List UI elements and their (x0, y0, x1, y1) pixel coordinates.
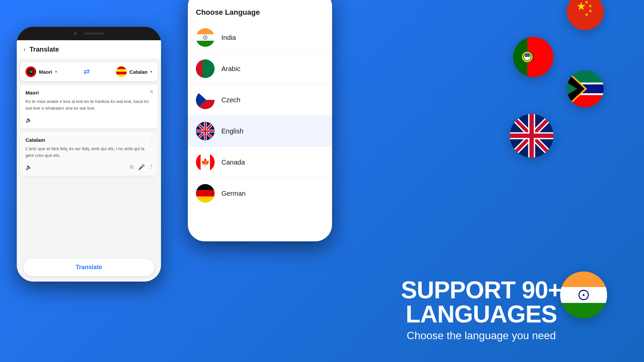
svg-text:★: ★ (588, 8, 592, 13)
source-lang-arrow: ▾ (55, 69, 57, 74)
camera-left (74, 32, 77, 35)
screen-right: Choose Language In (188, 0, 332, 241)
svg-rect-68 (196, 153, 201, 172)
lang-canada-name: Canada (221, 159, 245, 166)
svg-rect-69 (210, 153, 215, 172)
support-subtitle: Choose the language you need (352, 329, 610, 342)
share-icon[interactable]: ⤴ (150, 164, 152, 170)
target-card-text: L'únic que et farà feliç és ser feliç am… (25, 145, 152, 159)
source-lang-selector[interactable]: 🌿 Maori ▾ (25, 66, 57, 77)
source-card-close[interactable]: ✕ (149, 88, 154, 95)
target-card-footer: 🔈 ⧉ 🎤 ⤴ (25, 164, 152, 170)
svg-rect-72 (196, 184, 215, 190)
phone-notch-left (17, 27, 161, 40)
target-volume-icon[interactable]: 🔈 (25, 164, 32, 170)
support-title: SUPPORT 90+ LANGUAGES (352, 278, 610, 326)
svg-rect-27 (510, 134, 553, 138)
lang-german-name: German (221, 190, 246, 197)
target-lang-arrow: ▾ (150, 69, 152, 74)
screen-left: ‹ Translate 🌿 Maori ▾ ⇄ (17, 40, 161, 282)
list-item-arabic[interactable]: Arabic (188, 53, 332, 84)
swap-languages-icon[interactable]: ⇄ (84, 67, 90, 76)
flag-uk-circle (510, 114, 553, 158)
phone-right: Choose Language In (188, 0, 332, 241)
target-card-lang: Catalam (25, 137, 152, 143)
svg-rect-40 (116, 66, 127, 69)
target-card-star[interactable]: ☆ (149, 136, 154, 142)
translate-btn-container: Translate (17, 253, 161, 282)
copy-icon[interactable]: ⧉ (130, 164, 133, 170)
flag-english (196, 122, 215, 140)
target-lang-flag (116, 66, 127, 77)
lang-selector-bar[interactable]: 🌿 Maori ▾ ⇄ (20, 62, 158, 81)
target-translation-card: Catalam L'únic que et farà feliç és ser … (20, 132, 158, 176)
flag-sa-circle (567, 70, 604, 107)
source-lang-name: Maori (39, 69, 52, 75)
choose-language-header: Choose Language (188, 0, 332, 22)
flag-canada: 🍁 (196, 153, 215, 172)
translate-header: ‹ Translate (17, 40, 161, 59)
svg-rect-74 (196, 197, 215, 203)
svg-rect-10 (525, 54, 530, 57)
list-item-english[interactable]: English (188, 116, 332, 147)
lang-india-name: India (221, 34, 236, 42)
support-section: SUPPORT 90+ LANGUAGES Choose the languag… (352, 278, 610, 342)
source-volume-icon[interactable]: 🔈 (25, 117, 32, 123)
list-item-canada[interactable]: 🍁 Canada (188, 147, 332, 178)
flag-india (196, 28, 215, 47)
target-lang-name: Catalan (129, 69, 148, 75)
language-list: India Arabic (188, 22, 332, 241)
lang-czech-name: Czech (221, 96, 240, 104)
flag-portugal-circle (513, 37, 553, 77)
list-item-german[interactable]: German (188, 178, 332, 209)
source-lang-flag: 🌿 (25, 66, 36, 77)
list-item-czech[interactable]: Czech (188, 84, 332, 116)
svg-text:🌿: 🌿 (29, 70, 33, 74)
flag-arabic (196, 59, 215, 78)
source-card-text: Ko te mea anake e koa ai koe ko te harik… (25, 98, 152, 111)
list-item-india[interactable]: India (188, 22, 332, 53)
svg-rect-43 (196, 28, 215, 34)
mic-icon[interactable]: 🎤 (138, 164, 145, 170)
app-title: Translate (30, 46, 59, 53)
target-lang-selector[interactable]: Catalan ▾ (116, 66, 152, 77)
svg-rect-41 (116, 72, 127, 74)
back-arrow[interactable]: ‹ (23, 46, 25, 53)
flag-german (196, 184, 215, 203)
source-translation-card: Maori Ko te mea anake e koa ai koe ko te… (20, 84, 158, 128)
lang-arabic-name: Arabic (221, 65, 240, 73)
svg-rect-73 (196, 190, 215, 196)
svg-text:🍁: 🍁 (201, 158, 210, 167)
svg-rect-65 (196, 130, 215, 132)
source-card-lang: Maori (25, 90, 152, 96)
svg-rect-45 (196, 41, 215, 47)
source-card-footer: 🔈 (25, 117, 152, 123)
svg-rect-51 (196, 59, 203, 78)
svg-point-47 (205, 37, 206, 38)
svg-text:★: ★ (585, 12, 589, 17)
phone-left: ‹ Translate 🌿 Maori ▾ ⇄ (17, 27, 161, 282)
lang-english-name: English (221, 127, 244, 135)
flag-czech (196, 90, 215, 109)
svg-text:★: ★ (588, 3, 592, 8)
translate-button[interactable]: Translate (23, 258, 154, 276)
speaker-left (84, 33, 104, 35)
